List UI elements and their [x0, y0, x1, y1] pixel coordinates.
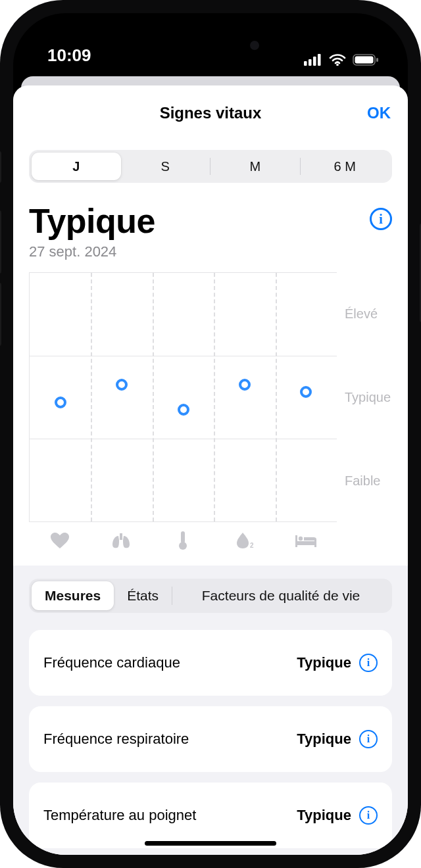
- lungs-icon: [91, 522, 153, 559]
- metric-name: Fréquence respiratoire: [43, 731, 189, 748]
- volume-down-button: [0, 283, 1, 346]
- metric-row-heart-rate[interactable]: Fréquence cardiaque Typique i: [29, 630, 392, 696]
- status-right: [304, 54, 379, 66]
- screen: 10:09: [13, 13, 408, 855]
- info-icon[interactable]: i: [359, 806, 378, 825]
- home-indicator[interactable]: [145, 841, 276, 846]
- page-title: Signes vitaux: [160, 104, 262, 122]
- summary-date: 27 sept. 2024: [29, 243, 155, 260]
- summary-status: Typique: [29, 201, 155, 241]
- side-button: [0, 151, 1, 183]
- svg-rect-6: [355, 57, 374, 64]
- cellular-icon: [304, 54, 322, 66]
- time-range-segmented[interactable]: J S M 6 M: [29, 150, 392, 183]
- oxygen-icon: 2: [214, 522, 276, 559]
- heart-icon: [29, 522, 91, 559]
- wifi-icon: [329, 54, 346, 66]
- status-time: 10:09: [47, 45, 91, 66]
- metric-row-respiratory-rate[interactable]: Fréquence respiratoire Typique i: [29, 706, 392, 772]
- chart-point-respiratory: [116, 379, 128, 391]
- detail-tabs[interactable]: Mesures États Facteurs de qualité de vie: [29, 579, 392, 613]
- metric-row-wrist-temperature[interactable]: Température au poignet Typique i: [29, 783, 392, 848]
- metric-value: Typique: [297, 731, 351, 748]
- vitals-chart: Élevé Typique Faible: [29, 272, 400, 559]
- svg-rect-3: [318, 54, 321, 66]
- chart-x-axis: 2: [29, 522, 400, 559]
- y-label-high: Élevé: [345, 306, 378, 322]
- svg-rect-13: [295, 541, 316, 545]
- chart-y-axis: Élevé Typique Faible: [337, 272, 400, 522]
- y-label-typical: Typique: [345, 390, 391, 405]
- dynamic-island: [151, 32, 270, 59]
- info-icon[interactable]: i: [359, 730, 378, 748]
- info-icon[interactable]: i: [359, 654, 378, 672]
- range-month[interactable]: M: [210, 153, 300, 180]
- thermometer-icon: [152, 522, 214, 559]
- metrics-list: Fréquence cardiaque Typique i Fréquence …: [29, 630, 392, 855]
- done-button[interactable]: OK: [367, 104, 391, 122]
- metric-value: Typique: [297, 807, 351, 824]
- svg-text:2: 2: [250, 542, 254, 549]
- battery-icon: [353, 54, 379, 66]
- svg-rect-0: [304, 61, 307, 66]
- sheet-header: Signes vitaux OK: [13, 85, 408, 141]
- svg-rect-2: [313, 57, 316, 66]
- summary-block: Typique 27 sept. 2024 i: [29, 201, 392, 260]
- device-frame: 10:09: [0, 0, 421, 868]
- svg-point-9: [179, 542, 187, 550]
- chart-plot: [29, 272, 337, 522]
- tab-measures[interactable]: Mesures: [32, 581, 114, 610]
- svg-rect-1: [309, 59, 312, 66]
- range-day[interactable]: J: [32, 153, 121, 180]
- metric-value: Typique: [297, 654, 351, 671]
- vitals-sheet: Signes vitaux OK J S M 6 M Typique 27 se…: [13, 85, 408, 855]
- info-icon: i: [379, 212, 383, 227]
- tab-quality-factors[interactable]: Facteurs de qualité de vie: [172, 581, 389, 610]
- tab-states[interactable]: États: [114, 581, 172, 610]
- chart-point-oxygen: [239, 379, 251, 391]
- metric-name: Température au poignet: [43, 807, 196, 824]
- details-section: Mesures États Facteurs de qualité de vie…: [13, 566, 408, 855]
- chart-point-sleep: [300, 386, 312, 398]
- chart-point-heart: [55, 397, 66, 408]
- svg-point-4: [336, 64, 339, 66]
- y-label-low: Faible: [345, 473, 380, 488]
- metric-name: Fréquence cardiaque: [43, 654, 180, 671]
- range-week[interactable]: S: [121, 153, 210, 180]
- info-button[interactable]: i: [370, 208, 392, 230]
- volume-up-button: [0, 210, 1, 274]
- svg-rect-8: [181, 531, 185, 543]
- bed-icon: [275, 522, 337, 559]
- chart-point-temperature: [178, 404, 189, 416]
- range-six-months[interactable]: 6 M: [301, 153, 390, 180]
- svg-point-14: [299, 537, 303, 541]
- svg-rect-7: [376, 58, 378, 62]
